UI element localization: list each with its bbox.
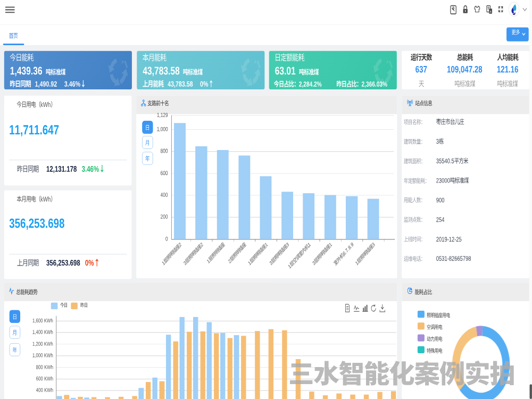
svg-text:A: A [490,10,492,13]
